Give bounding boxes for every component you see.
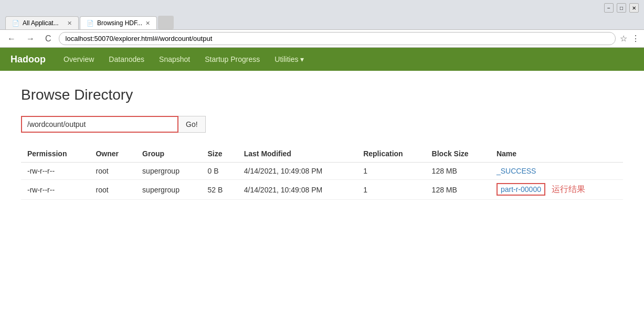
page-title: Browse Directory xyxy=(21,87,623,103)
tab-browsing-hdf[interactable]: 📄 Browsing HDF... ✕ xyxy=(80,16,157,29)
cell-size: 0 B xyxy=(201,163,237,180)
table-row: -rw-r--r-- root supergroup 52 B 4/14/202… xyxy=(21,180,623,200)
browser-menu-button[interactable]: ⋮ xyxy=(631,34,640,44)
address-input[interactable] xyxy=(59,32,616,45)
tab-placeholder xyxy=(158,16,174,29)
col-block-size: Block Size xyxy=(426,145,490,163)
cell-last-modified: 4/14/2021, 10:49:08 PM xyxy=(238,163,357,180)
forward-button[interactable]: → xyxy=(23,33,38,45)
hadoop-brand: Hadoop xyxy=(10,54,46,65)
close-button[interactable]: ✕ xyxy=(629,3,639,13)
go-button[interactable]: Go! xyxy=(178,116,206,133)
nav-datanodes[interactable]: Datanodes xyxy=(101,49,152,70)
cell-permission: -rw-r--r-- xyxy=(21,180,89,200)
path-input[interactable] xyxy=(21,116,178,133)
nav-snapshot[interactable]: Snapshot xyxy=(152,49,197,70)
tab-icon-2: 📄 xyxy=(87,20,94,27)
cell-owner: root xyxy=(89,163,136,180)
tab-all-applications[interactable]: 📄 All Applicat... ✕ xyxy=(5,16,79,29)
cell-group: supergroup xyxy=(136,163,201,180)
restore-button[interactable]: □ xyxy=(617,3,626,13)
cell-block-size: 128 MB xyxy=(426,163,490,180)
file-link-part[interactable]: part-r-00000 xyxy=(497,183,545,196)
back-button[interactable]: ← xyxy=(4,33,19,45)
tab-label-1: All Applicat... xyxy=(23,19,59,27)
path-row: Go! xyxy=(21,116,623,133)
file-link-success[interactable]: _SUCCESS xyxy=(497,167,536,175)
nav-startup-progress[interactable]: Startup Progress xyxy=(197,49,267,70)
cell-size: 52 B xyxy=(201,180,237,200)
reload-button[interactable]: C xyxy=(42,33,55,45)
cell-name: _SUCCESS xyxy=(490,163,623,180)
cell-permission: -rw-r--r-- xyxy=(21,163,89,180)
cell-name: part-r-00000 运行结果 xyxy=(490,180,623,200)
tab-icon-1: 📄 xyxy=(12,20,19,27)
minimize-button[interactable]: − xyxy=(604,3,614,13)
table-row: -rw-r--r-- root supergroup 0 B 4/14/2021… xyxy=(21,163,623,180)
nav-overview[interactable]: Overview xyxy=(56,49,101,70)
cell-group: supergroup xyxy=(136,180,201,200)
col-group: Group xyxy=(136,145,201,163)
col-last-modified: Last Modified xyxy=(238,145,357,163)
col-owner: Owner xyxy=(89,145,136,163)
bookmark-button[interactable]: ☆ xyxy=(620,34,627,44)
cell-block-size: 128 MB xyxy=(426,180,490,200)
col-size: Size xyxy=(201,145,237,163)
col-replication: Replication xyxy=(357,145,425,163)
tab-close-2[interactable]: ✕ xyxy=(145,20,150,27)
col-permission: Permission xyxy=(21,145,89,163)
col-name: Name xyxy=(490,145,623,163)
hadoop-navbar: Hadoop Overview Datanodes Snapshot Start… xyxy=(0,48,644,71)
run-result-annotation: 运行结果 xyxy=(552,185,585,194)
tab-label-2: Browsing HDF... xyxy=(97,19,142,27)
main-content: Browse Directory Go! Permission Owner Gr… xyxy=(0,71,644,322)
cell-owner: root xyxy=(89,180,136,200)
cell-last-modified: 4/14/2021, 10:49:08 PM xyxy=(238,180,357,200)
cell-replication: 1 xyxy=(357,163,425,180)
cell-replication: 1 xyxy=(357,180,425,200)
tab-close-1[interactable]: ✕ xyxy=(67,20,72,27)
nav-utilities[interactable]: Utilities ▾ xyxy=(267,49,311,70)
file-table: Permission Owner Group Size Last Modifie… xyxy=(21,145,623,200)
